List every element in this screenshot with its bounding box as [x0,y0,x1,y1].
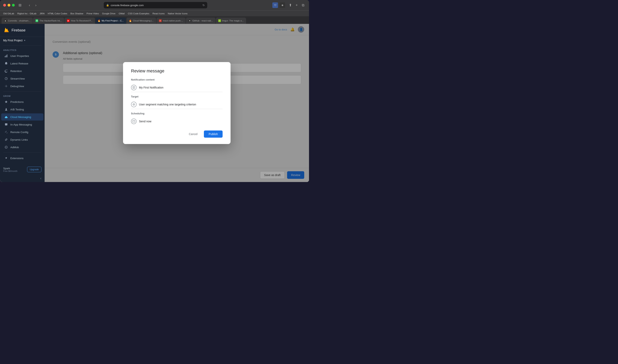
tab-hackerrank[interactable]: H The HackerRank Int... [33,17,64,24]
calendar-icon [131,118,137,124]
bookmark-google-drive[interactable]: Google Drive [102,12,115,15]
minimize-button[interactable] [8,4,10,7]
sidebar-label-streamview: StreamView [10,77,25,80]
bookmark-box-shadow[interactable]: Box Shadow [70,12,83,15]
sidebar-app-name: Firebase [12,28,26,32]
sidebar-label-retention: Retention [10,70,22,73]
tab-overview-button[interactable]: ⧉ [300,2,306,8]
main-content: Go to docs 🔔 👤 Conversion events (option… [45,24,309,182]
remote-config-icon [4,130,8,134]
spark-plan-info: Spark Free $0/month [3,167,17,172]
scheduling-value: Send now [139,120,151,123]
document-icon [131,85,137,90]
share-button[interactable]: ⬆ [288,2,293,8]
sidebar-item-predictions[interactable]: Predictions [1,98,43,105]
tab-commits[interactable]: ● Commits - shubham... [1,17,33,24]
tab-github-react[interactable]: ● GitHub - react-nati... [186,17,215,24]
close-button[interactable] [3,4,6,7]
back-button[interactable]: ‹ [27,2,32,8]
tab-firebase[interactable]: 🔥 My First Project – C... [95,17,126,24]
sidebar-label-in-app-messaging: In-App Messaging [10,123,32,126]
svg-point-13 [133,104,135,105]
address-bar[interactable]: 🔒 console.firebase.google.com ↻ [104,2,207,8]
tab-imgur[interactable]: I Imgur: The magic o... [216,17,246,24]
sidebar-label-remote-config: Remote Config [10,131,28,134]
upgrade-button[interactable]: Upgrade [27,167,41,172]
tab-favicon-github: ● [188,19,191,22]
sidebar-project-selector[interactable]: My First Project ▾ [0,37,45,44]
browser-window: ⊞ ‹ › 🔒 console.firebase.google.com ↻ 🛡 … [0,0,309,182]
ext-privacy-icon[interactable]: ⊕ [279,2,285,8]
notification-content-label: Notification content [131,78,223,81]
tab-cloud-messaging[interactable]: 🔥 Cloud Messaging |... [126,17,156,24]
modal-title: Review message [131,68,223,74]
ext-shield-icon[interactable]: 🛡 [272,2,278,8]
grow-section-label: Grow [0,93,45,98]
sidebar-label-ab-testing: A/B Testing [10,108,24,111]
bell-icon [4,62,8,65]
collapse-sidebar-icon[interactable]: ‹ [40,176,41,181]
bookmark-rigbot[interactable]: Rigbot Inc - GitLab [17,12,36,15]
modal-overlay: Review message Notification content My F… [45,24,309,182]
extension-icons: 🛡 ⊕ [272,2,285,8]
tabs-bar: ● Commits - shubham... H The HackerRank … [0,16,309,24]
sidebar-item-dynamic-links[interactable]: Dynamic Links [1,136,43,143]
sidebar-project-name: My First Project [3,39,23,42]
sidebar-item-latest-release[interactable]: Latest Release [1,60,43,67]
cancel-button[interactable]: Cancel [186,130,201,138]
sidebar-item-retention[interactable]: Retention [1,67,43,75]
bookmark-prime-video[interactable]: Prime Video [86,12,99,15]
target-label: Target [131,95,223,98]
sidebar-label-extensions: Extensions [10,157,24,160]
svg-point-7 [7,133,7,133]
sidebar-label-admob: AdMob [10,146,19,149]
sidebar-label-cloud-messaging: Cloud Messaging [10,116,31,118]
sidebar-item-ab-testing[interactable]: A/B Testing [1,106,43,113]
bookmark-css-code[interactable]: CSS Code Examples [128,12,149,15]
tab-how-to[interactable]: ▶ How To Received P... [65,17,95,24]
tab-favicon-cloud-msg: 🔥 [129,19,132,22]
sidebar-item-user-properties[interactable]: User Properties [1,52,43,59]
sidebar-item-extensions[interactable]: Extensions [1,155,43,162]
maximize-button[interactable] [12,4,15,7]
sidebar-toggle-button[interactable]: ⊞ [17,2,23,8]
debugview-icon [4,84,8,88]
sidebar-item-admob[interactable]: $ AdMob [1,143,43,151]
sidebar-item-cloud-messaging[interactable]: Cloud Messaging [1,113,43,120]
modal-actions: Cancel Publish [131,130,223,138]
new-tab-button[interactable]: + [294,2,300,8]
sidebar-label-predictions: Predictions [10,101,24,104]
sidebar-item-debugview[interactable]: DebugView [1,83,43,90]
extensions-icon [4,156,8,160]
in-app-messaging-icon [4,123,8,126]
lock-icon: 🔒 [106,4,109,7]
sidebar-item-streamview[interactable]: StreamView [1,75,43,82]
bookmark-html-color[interactable]: HTML Color Codes [48,12,67,15]
forward-button[interactable]: › [33,2,39,8]
publish-button[interactable]: Publish [204,130,223,138]
traffic-lights [3,4,15,7]
address-bar-container: 🔒 console.firebase.google.com ↻ [41,2,270,8]
sidebar-divider-3 [3,153,41,153]
refresh-icon[interactable]: ↻ [203,4,205,7]
tab-label-how-to: How To Received P... [71,19,92,22]
spark-plan-price: Free $0/month [3,170,17,172]
sidebar-item-remote-config[interactable]: Remote Config [1,129,43,136]
bookmark-jira[interactable]: JIRA [40,12,45,15]
sidebar-header: Firebase [0,24,45,37]
bookmark-gmail[interactable]: GMail [119,12,125,15]
sidebar-label-dynamic-links: Dynamic Links [10,138,28,141]
svg-rect-2 [7,54,7,57]
content-area: Firebase My First Project ▾ Analytics Us… [0,24,309,182]
bookmark-native-vector[interactable]: Native Vector Icons [168,12,188,15]
bookmark-old-gitlab[interactable]: Old GitLab [3,12,14,15]
bookmarks-bar: Old GitLab Rigbot Inc - GitLab JIRA HTML… [0,10,309,16]
scheduling-label: Scheduling [131,112,223,115]
notification-content-row: My First Notification [131,83,223,92]
tab-favicon-how-to: ▶ [67,19,70,22]
bookmark-react-icons[interactable]: React Icons [152,12,165,15]
tab-favicon-react-native: R [159,19,162,22]
browser-titlebar: ⊞ ‹ › 🔒 console.firebase.google.com ↻ 🛡 … [0,0,309,10]
tab-react-native-push[interactable]: R react-native-push-... [156,17,186,24]
sidebar-item-in-app-messaging[interactable]: In-App Messaging [1,121,43,128]
